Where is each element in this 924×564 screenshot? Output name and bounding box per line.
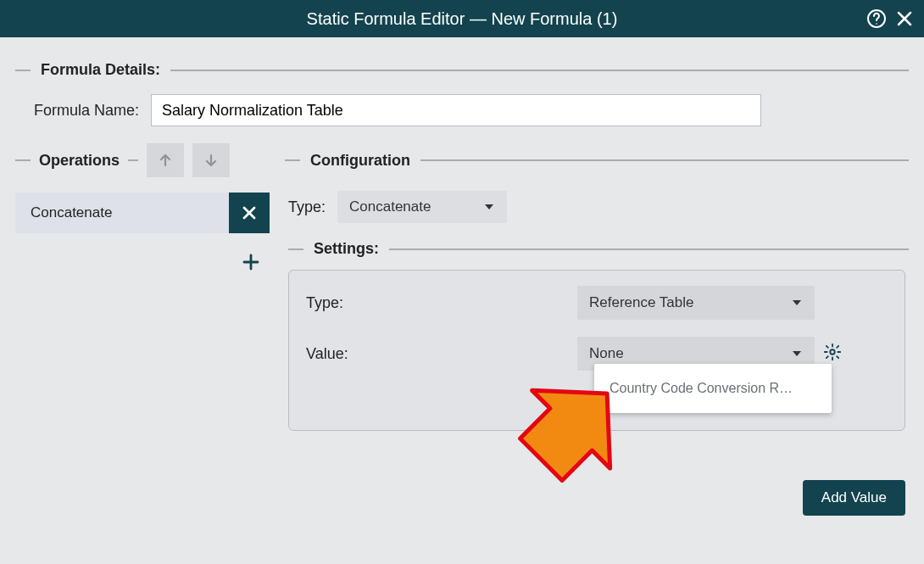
- add-value-button[interactable]: Add Value: [803, 480, 905, 516]
- gear-icon: [823, 343, 842, 361]
- formula-name-input[interactable]: [151, 94, 761, 126]
- settings-gear-button[interactable]: [823, 343, 842, 365]
- svg-point-8: [830, 349, 835, 355]
- settings-type-label: Type:: [306, 294, 577, 312]
- settings-type-select[interactable]: Reference Table: [577, 286, 815, 320]
- operations-label: Operations: [39, 152, 120, 170]
- chevron-down-icon: [791, 348, 803, 360]
- formula-details-header: Formula Details:: [0, 61, 924, 79]
- config-type-label: Type:: [288, 198, 326, 216]
- settings-panel: Type: Reference Table Value: None: [288, 270, 905, 431]
- settings-value-value: None: [589, 345, 624, 362]
- chevron-down-icon: [483, 201, 495, 213]
- move-down-button[interactable]: [192, 143, 230, 177]
- svg-point-1: [876, 23, 877, 25]
- close-icon[interactable]: [895, 9, 914, 28]
- config-type-value: Concatenate: [349, 198, 431, 215]
- settings-label: Settings:: [314, 240, 379, 258]
- chevron-down-icon: [791, 297, 803, 309]
- configuration-label: Configuration: [310, 152, 410, 170]
- modal-header: Static Formula Editor — New Formula (1): [0, 0, 924, 37]
- remove-operation-button[interactable]: [229, 193, 270, 233]
- settings-value-label: Value:: [306, 345, 577, 363]
- formula-name-label: Formula Name:: [34, 102, 139, 120]
- help-icon[interactable]: [866, 8, 887, 29]
- settings-type-value: Reference Table: [589, 294, 694, 311]
- operation-item-label: Concatenate: [15, 193, 229, 233]
- settings-header: Settings:: [288, 240, 909, 258]
- operation-item[interactable]: Concatenate: [15, 193, 270, 233]
- dropdown-option-label: Country Code Conversion R…: [610, 381, 793, 395]
- add-operation-button[interactable]: [236, 247, 266, 277]
- move-up-button[interactable]: [147, 143, 184, 177]
- modal-title: Static Formula Editor — New Formula (1): [307, 9, 618, 29]
- config-type-select[interactable]: Concatenate: [337, 191, 507, 223]
- value-dropdown-option[interactable]: Country Code Conversion R…: [594, 364, 832, 413]
- configuration-header: Configuration: [285, 143, 909, 177]
- section-label: Formula Details:: [41, 61, 160, 79]
